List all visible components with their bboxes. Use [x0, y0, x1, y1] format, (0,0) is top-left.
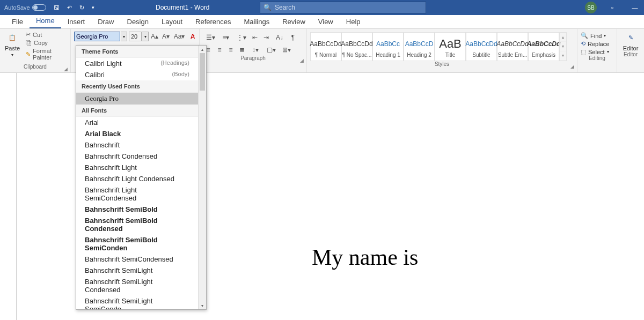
- font-list-item[interactable]: Bahnschrift SemiCondensed: [76, 254, 198, 265]
- style-item[interactable]: AaBTitle: [435, 32, 466, 61]
- dialog-launcher-icon[interactable]: ◢: [63, 66, 68, 72]
- numbering-button[interactable]: ≡▾: [218, 32, 233, 43]
- qat-dropdown-icon[interactable]: ▾: [92, 5, 94, 10]
- shrink-font-button[interactable]: A▾: [160, 31, 171, 42]
- brush-icon: ✎: [26, 51, 31, 58]
- style-item[interactable]: AaBbCcHeading 1: [372, 32, 404, 61]
- group-paragraph: ☰▾ ≡▾ ⋮▾ ⇤ ⇥ A↓ ¶ ≡ ≡ ≡ ≣ ↕▾ ▢▾ ⊞▾ Parag…: [200, 29, 307, 72]
- tab-help[interactable]: Help: [340, 16, 367, 28]
- document-text[interactable]: My name is: [312, 244, 418, 270]
- font-list-item[interactable]: Bahnschrift Condensed: [76, 151, 198, 162]
- format-painter-button[interactable]: ✎Format Painter: [26, 48, 67, 61]
- font-list-item[interactable]: Bahnschrift SemiLight Condensed: [76, 276, 198, 295]
- copy-icon: ⿻: [26, 40, 32, 46]
- borders-button[interactable]: ⊞▾: [279, 44, 294, 55]
- search-icon: 🔍: [581, 32, 588, 39]
- autosave-toggle[interactable]: AutoSave: [0, 4, 50, 11]
- dialog-launcher-icon[interactable]: ◢: [299, 58, 304, 63]
- tab-insert[interactable]: Insert: [61, 16, 92, 28]
- editor-button[interactable]: ✎ Editor: [620, 31, 641, 51]
- editor-icon: ✎: [624, 31, 637, 44]
- multilevel-button[interactable]: ⋮▾: [234, 32, 249, 43]
- style-item[interactable]: AaBbCcDd¶ Normal: [310, 32, 341, 61]
- document-title: Document1 - Word: [156, 4, 209, 11]
- font-list-item[interactable]: Calibri Light(Headings): [76, 58, 198, 69]
- grow-font-button[interactable]: A▴: [149, 31, 160, 42]
- undo-icon[interactable]: ↶: [67, 4, 72, 11]
- style-item[interactable]: AaBbCcDHeading 2: [404, 32, 435, 61]
- ribbon-tabs: File Home Insert Draw Design Layout Refe…: [0, 15, 644, 29]
- cut-button[interactable]: ✂Cut: [26, 31, 67, 38]
- show-marks-button[interactable]: ¶: [288, 32, 298, 43]
- style-item[interactable]: AaBbCcDdSubtle Em...: [497, 32, 528, 61]
- search-input[interactable]: 🔍 Search: [260, 2, 426, 13]
- toggle-off-icon: [32, 4, 46, 11]
- font-size-input[interactable]: 20: [129, 32, 142, 41]
- justify-button[interactable]: ≣: [237, 44, 247, 55]
- minimize-icon[interactable]: —: [628, 0, 642, 15]
- styles-more-button[interactable]: ▴▾▾: [559, 32, 567, 61]
- style-item[interactable]: AaBbCcDd¶ No Spac...: [341, 32, 372, 61]
- line-spacing-button[interactable]: ↕▾: [248, 44, 263, 55]
- font-name-dropdown[interactable]: ▾: [121, 32, 127, 41]
- scroll-up-icon[interactable]: ▴: [199, 46, 206, 53]
- style-item[interactable]: AaBbCcDdSubtitle: [466, 32, 497, 61]
- font-dropdown-list[interactable]: Theme FontsCalibri Light(Headings)Calibr…: [76, 45, 207, 310]
- font-list-item[interactable]: Georgia Pro: [76, 93, 198, 105]
- tab-draw[interactable]: Draw: [91, 16, 120, 28]
- select-button[interactable]: ⬚Select▾: [581, 48, 613, 55]
- copy-button[interactable]: ⿻Copy: [26, 40, 67, 46]
- font-list-item[interactable]: Bahnschrift SemiBold: [76, 204, 198, 215]
- group-editor: ✎ Editor Editor: [617, 29, 644, 72]
- tab-design[interactable]: Design: [121, 16, 155, 28]
- align-center-button[interactable]: ≡: [214, 44, 225, 55]
- font-list-item[interactable]: Bahnschrift SemiLight: [76, 265, 198, 276]
- font-name-input[interactable]: Georgia Pro: [74, 32, 120, 41]
- tab-review[interactable]: Review: [276, 16, 312, 28]
- group-styles: AaBbCcDd¶ NormalAaBbCcDd¶ No Spac...AaBb…: [307, 29, 577, 72]
- font-size-dropdown[interactable]: ▾: [142, 32, 149, 41]
- font-list-item[interactable]: Bahnschrift Light Condensed: [76, 173, 198, 184]
- dialog-launcher-icon[interactable]: ◢: [569, 64, 575, 69]
- find-button[interactable]: 🔍Find▾: [581, 32, 613, 39]
- user-avatar[interactable]: SB: [585, 2, 597, 13]
- tab-home[interactable]: Home: [30, 14, 61, 28]
- decrease-indent-button[interactable]: ⇤: [250, 32, 260, 43]
- font-list-heading: All Fonts: [76, 105, 198, 117]
- tab-layout[interactable]: Layout: [155, 16, 189, 28]
- font-list-item[interactable]: Bahnschrift Light SemiCondensed: [76, 184, 198, 204]
- font-list-item[interactable]: Bahnschrift: [76, 139, 198, 151]
- tab-file[interactable]: File: [5, 16, 30, 28]
- clear-formatting-button[interactable]: A̷: [187, 31, 198, 42]
- scroll-thumb[interactable]: [200, 53, 205, 91]
- change-case-button[interactable]: Aa▾: [172, 31, 187, 42]
- select-icon: ⬚: [581, 48, 586, 55]
- font-list-item[interactable]: Bahnschrift Light: [76, 162, 198, 173]
- paste-icon: 📋: [6, 31, 19, 44]
- font-list-item[interactable]: Bahnschrift SemiLight SemiConde: [76, 295, 198, 309]
- redo-icon[interactable]: ↻: [79, 4, 84, 11]
- ribbon-display-icon[interactable]: ▫: [605, 0, 619, 15]
- style-item[interactable]: AaBbCcDdEmphasis: [528, 32, 559, 61]
- shading-button[interactable]: ▢▾: [264, 44, 279, 55]
- cut-icon: ✂: [26, 31, 31, 38]
- save-icon[interactable]: 🖫: [54, 4, 60, 11]
- tab-references[interactable]: References: [189, 16, 237, 28]
- scrollbar[interactable]: ▴ ▾: [198, 46, 206, 309]
- increase-indent-button[interactable]: ⇥: [261, 32, 272, 43]
- paste-button[interactable]: 📋 Paste ▾: [3, 31, 21, 57]
- tab-mailings[interactable]: Mailings: [238, 16, 276, 28]
- font-list-item[interactable]: Calibri(Body): [76, 69, 198, 80]
- font-list-item[interactable]: Bahnschrift SemiBold SemiConden: [76, 234, 198, 254]
- replace-button[interactable]: ⟲Replace: [581, 40, 613, 47]
- tab-view[interactable]: View: [312, 16, 340, 28]
- bullets-button[interactable]: ☰▾: [203, 32, 218, 43]
- font-list-item[interactable]: Bahnschrift SemiBold Condensed: [76, 215, 198, 234]
- title-bar: AutoSave 🖫 ↶ ↻ ▾ Document1 - Word 🔍 Sear…: [0, 0, 644, 15]
- scroll-down-icon[interactable]: ▾: [199, 302, 206, 309]
- group-clipboard: 📋 Paste ▾ ✂Cut ⿻Copy ✎Format Painter Cli…: [0, 29, 71, 72]
- sort-button[interactable]: A↓: [272, 32, 287, 43]
- align-right-button[interactable]: ≡: [225, 44, 236, 55]
- font-list-item[interactable]: Arial: [76, 117, 198, 128]
- font-list-item[interactable]: Arial Black: [76, 128, 198, 139]
